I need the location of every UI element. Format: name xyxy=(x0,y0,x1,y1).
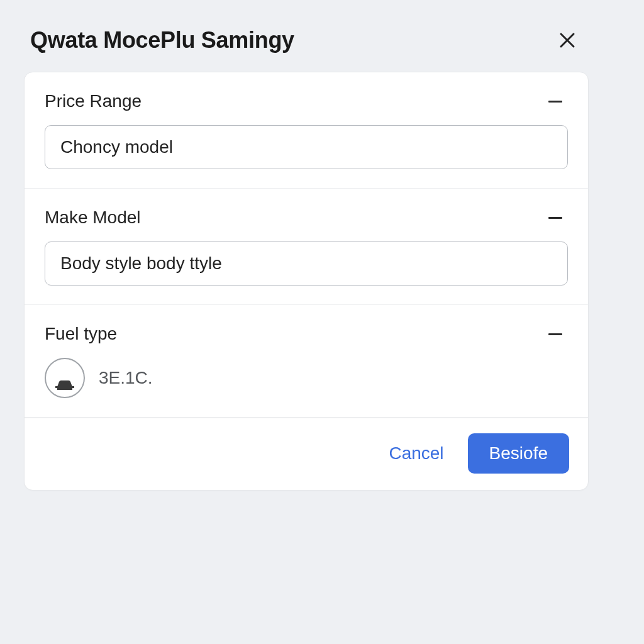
price-range-input[interactable] xyxy=(45,125,568,169)
modal-title: Qwata MocePlu Samingy xyxy=(30,27,294,53)
fuel-type-value: 3E.1C. xyxy=(99,368,153,388)
filter-modal: Qwata MocePlu Samingy Price Range Make M… xyxy=(11,11,601,491)
section-title-make-model: Make Model xyxy=(45,208,141,228)
modal-footer: Cancel Besiofe xyxy=(25,418,588,490)
section-header-fuel-type[interactable]: Fuel type xyxy=(45,321,568,347)
fuel-type-icon-circle xyxy=(45,358,85,398)
filter-card: Price Range Make Model Fuel type xyxy=(24,72,589,491)
car-icon xyxy=(54,378,75,392)
svg-rect-2 xyxy=(55,386,74,388)
primary-button[interactable]: Besiofe xyxy=(468,433,569,474)
section-fuel-type: Fuel type 3E.1C. xyxy=(25,305,588,418)
close-button[interactable] xyxy=(552,25,582,55)
minus-icon xyxy=(548,217,562,219)
section-header-price-range[interactable]: Price Range xyxy=(45,89,568,114)
collapse-button-fuel-type[interactable] xyxy=(543,321,568,347)
fuel-type-row[interactable]: 3E.1C. xyxy=(45,357,568,398)
minus-icon xyxy=(548,101,562,103)
section-price-range: Price Range xyxy=(25,72,588,189)
section-header-make-model[interactable]: Make Model xyxy=(45,205,568,230)
collapse-button-price-range[interactable] xyxy=(543,89,568,114)
modal-header: Qwata MocePlu Samingy xyxy=(11,11,601,72)
cancel-button[interactable]: Cancel xyxy=(381,435,451,472)
make-model-input[interactable] xyxy=(45,242,568,286)
section-make-model: Make Model xyxy=(25,189,588,305)
collapse-button-make-model[interactable] xyxy=(543,205,568,230)
section-title-price-range: Price Range xyxy=(45,91,142,111)
close-icon xyxy=(558,31,577,50)
section-title-fuel-type: Fuel type xyxy=(45,324,117,344)
minus-icon xyxy=(548,333,562,335)
